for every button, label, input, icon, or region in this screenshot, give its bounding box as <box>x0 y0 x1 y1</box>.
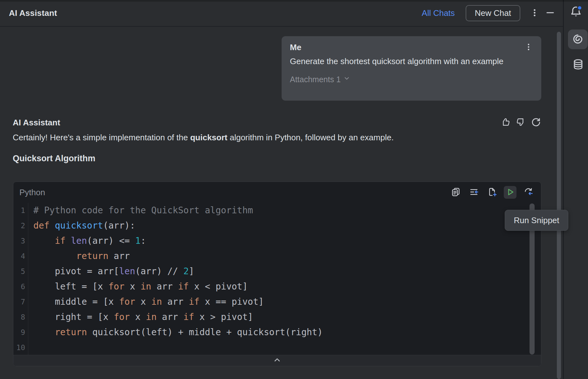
code-line-content: left = [x for x in arr if x < pivot] <box>28 279 248 294</box>
code-line: 2def quicksort(arr): <box>13 218 541 233</box>
new-file-from-snippet-button[interactable] <box>486 186 498 199</box>
chevron-down-icon <box>343 75 351 84</box>
thumbs-up-button[interactable] <box>500 117 511 128</box>
thumbs-down-icon <box>516 117 526 128</box>
user-name: Me <box>290 43 301 52</box>
code-block: Python <box>13 182 541 366</box>
code-line: 7 middle = [x for x in arr if x == pivot… <box>13 294 541 309</box>
user-message-text: Generate the shortest quicksort algorith… <box>290 56 533 67</box>
message-more-button[interactable] <box>524 43 533 52</box>
code-lines: 1# Python code for the QuickSort algorit… <box>13 203 541 355</box>
minimize-icon <box>545 8 555 19</box>
section-heading: Quicksort Algorithm <box>13 154 95 163</box>
replace-selection-icon <box>523 187 533 198</box>
ai-assistant-panel: AI Assistant All Chats New Chat Me Gener… <box>0 0 588 379</box>
line-number: 5 <box>13 264 28 279</box>
line-number: 2 <box>13 218 28 233</box>
copy-code-button[interactable] <box>449 186 462 199</box>
notifications-button[interactable] <box>568 4 584 20</box>
run-play-icon <box>505 187 515 198</box>
panel-title: AI Assistant <box>9 8 57 18</box>
reply-emphasis: quicksort <box>190 133 227 142</box>
line-number: 7 <box>13 294 28 309</box>
line-number: 6 <box>13 279 28 294</box>
insert-at-caret-icon <box>469 187 479 198</box>
chat-scrollbar-thumb[interactable] <box>557 32 561 379</box>
code-line: 3 if len(arr) <= 1: <box>13 233 541 249</box>
code-line-content <box>28 340 33 355</box>
line-number: 4 <box>13 249 28 264</box>
chevron-up-icon <box>272 355 282 366</box>
code-line-content: right = [x for x in arr if x > pivot] <box>28 309 253 325</box>
thumbs-up-icon <box>500 117 511 128</box>
insert-at-caret-button[interactable] <box>468 186 480 199</box>
ai-assistant-swirl-icon <box>572 33 584 46</box>
code-line-content: middle = [x for x in arr if x == pivot] <box>28 294 264 309</box>
code-line-content: return quicksort(left) + middle + quicks… <box>28 325 323 340</box>
run-snippet-button[interactable] <box>504 186 516 199</box>
user-message-card: Me Generate the shortest quicksort algor… <box>282 36 541 101</box>
run-snippet-tooltip: Run Snippet <box>505 210 568 231</box>
right-toolbar <box>564 0 588 379</box>
more-options-button[interactable] <box>530 8 539 18</box>
more-vertical-icon <box>530 8 539 18</box>
code-line-content: pivot = arr[len(arr) // 2] <box>28 264 194 279</box>
regenerate-button[interactable] <box>531 117 541 128</box>
copy-icon <box>451 187 461 198</box>
bell-icon <box>569 5 583 20</box>
code-language-label: Python <box>19 188 45 197</box>
assistant-message-header: AI Assistant <box>13 117 541 128</box>
code-line: 1# Python code for the QuickSort algorit… <box>13 203 541 218</box>
code-line-content: return arr <box>28 249 130 264</box>
code-line-content: def quicksort(arr): <box>28 218 135 233</box>
regenerate-icon <box>531 117 541 128</box>
new-chat-button[interactable]: New Chat <box>466 5 520 21</box>
toolbar-header: AI Assistant All Chats New Chat <box>0 0 563 27</box>
code-line-content: # Python code for the QuickSort algorith… <box>28 203 253 218</box>
code-line: 5 pivot = arr[len(arr) // 2] <box>13 264 541 279</box>
database-icon <box>572 58 584 71</box>
line-number: 9 <box>13 325 28 340</box>
attachments-label: Attachments 1 <box>290 75 341 84</box>
code-line: 10 <box>13 340 541 355</box>
code-line-content: if len(arr) <= 1: <box>28 233 146 249</box>
code-line: 9 return quicksort(left) + middle + quic… <box>13 325 541 340</box>
code-line: 8 right = [x for x in arr if x > pivot] <box>13 309 541 325</box>
replace-selection-button[interactable] <box>522 186 535 199</box>
collapse-code-button[interactable] <box>13 355 541 366</box>
code-block-header: Python <box>13 182 541 203</box>
more-vertical-icon <box>524 43 533 52</box>
window-top-edge <box>0 0 588 2</box>
line-number: 10 <box>13 340 28 355</box>
new-file-plus-icon <box>487 187 497 198</box>
thumbs-down-button[interactable] <box>516 117 526 128</box>
all-chats-link[interactable]: All Chats <box>422 8 455 18</box>
minimize-button[interactable] <box>545 8 555 19</box>
line-number: 3 <box>13 233 28 249</box>
code-line: 4 return arr <box>13 249 541 264</box>
line-number: 8 <box>13 309 28 325</box>
ai-assistant-tool-button[interactable] <box>568 30 588 49</box>
assistant-name: AI Assistant <box>13 118 60 128</box>
database-tool-button[interactable] <box>569 56 587 74</box>
line-number: 1 <box>13 203 28 218</box>
reply-prefix: Certainly! Here's a simple implementatio… <box>13 133 190 142</box>
assistant-reply-text: Certainly! Here's a simple implementatio… <box>13 132 541 143</box>
attachments-toggle[interactable]: Attachments 1 <box>290 75 351 84</box>
code-line: 6 left = [x for x in arr if x < pivot] <box>13 279 541 294</box>
reply-suffix: algorithm in Python, followed by an exam… <box>227 133 393 142</box>
